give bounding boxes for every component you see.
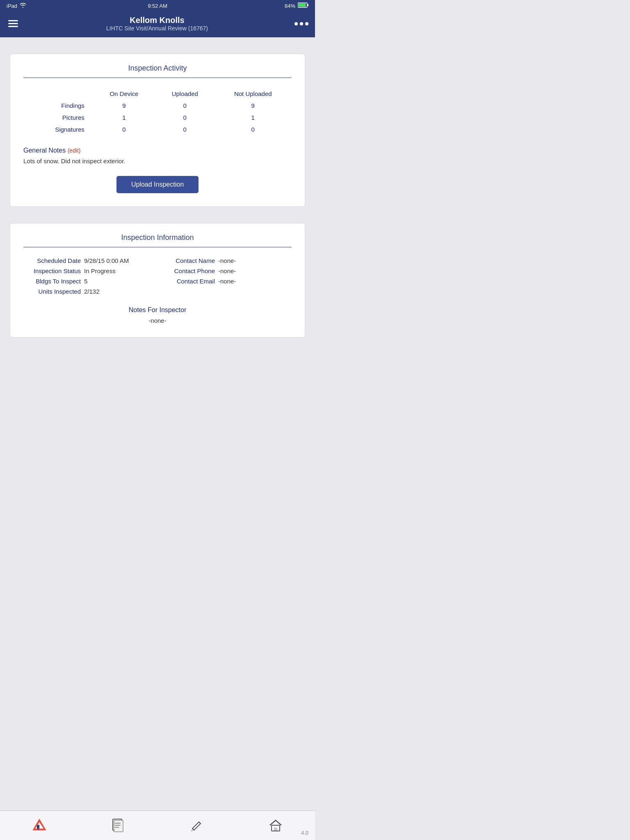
row-label: Signatures: [23, 123, 93, 135]
info-right: Contact Name -none- Contact Phone -none-…: [158, 257, 292, 295]
info-row: Contact Email -none-: [158, 278, 292, 285]
hamburger-line: [8, 20, 18, 21]
row-not-uploaded: 1: [215, 112, 292, 123]
device-label: iPad: [7, 3, 17, 9]
nav-bar: Kellom Knolls LIHTC Site Visit/Annual Re…: [0, 11, 315, 37]
info-label: Contact Email: [158, 278, 215, 285]
info-value: -none-: [218, 257, 236, 264]
upload-inspection-button[interactable]: Upload Inspection: [116, 176, 199, 193]
notes-inspector-title: Notes For Inspector: [23, 306, 292, 314]
hamburger-line: [8, 23, 18, 24]
col-on-device: On Device: [93, 88, 155, 100]
info-value: 5: [84, 278, 87, 285]
status-bar: iPad 9:52 AM 84%: [0, 0, 315, 11]
edit-notes-link[interactable]: (edit): [68, 147, 81, 154]
info-grid: Scheduled Date 9/28/15 0:00 AM Inspectio…: [23, 257, 292, 295]
general-notes-heading: General Notes: [23, 147, 66, 154]
notes-inspector: Notes For Inspector -none-: [23, 306, 292, 324]
row-on-device: 0: [93, 123, 155, 135]
dot-icon: [305, 22, 308, 25]
nav-subtitle: LIHTC Site Visit/Annual Review (16767): [20, 25, 294, 32]
main-content: Inspection Activity On Device Uploaded N…: [0, 37, 315, 395]
activity-card: Inspection Activity On Device Uploaded N…: [10, 54, 305, 207]
row-on-device: 9: [93, 100, 155, 112]
info-row: Contact Name -none-: [158, 257, 292, 264]
col-empty: [23, 88, 93, 100]
general-notes-label: General Notes (edit): [23, 147, 292, 154]
table-row: Signatures 0 0 0: [23, 123, 292, 135]
upload-btn-container: Upload Inspection: [23, 176, 292, 193]
row-label: Pictures: [23, 112, 93, 123]
col-not-uploaded: Not Uploaded: [215, 88, 292, 100]
info-label: Scheduled Date: [23, 257, 81, 264]
col-uploaded: Uploaded: [155, 88, 215, 100]
info-row: Scheduled Date 9/28/15 0:00 AM: [23, 257, 158, 264]
row-label: Findings: [23, 100, 93, 112]
info-row: Inspection Status In Progress: [23, 267, 158, 274]
row-not-uploaded: 9: [215, 100, 292, 112]
info-row: Bldgs To Inspect 5: [23, 278, 158, 285]
status-bar-right: 84%: [285, 2, 308, 9]
svg-rect-2: [299, 4, 306, 7]
hamburger-line: [8, 26, 18, 27]
dot-icon: [300, 22, 303, 25]
table-row: Findings 9 0 9: [23, 100, 292, 112]
row-uploaded: 0: [155, 112, 215, 123]
nav-title: Kellom Knolls LIHTC Site Visit/Annual Re…: [20, 16, 294, 32]
activity-table: On Device Uploaded Not Uploaded Findings…: [23, 88, 292, 135]
hamburger-menu[interactable]: [7, 18, 20, 29]
info-label: Inspection Status: [23, 267, 81, 274]
status-bar-left: iPad: [7, 3, 26, 9]
row-not-uploaded: 0: [215, 123, 292, 135]
row-uploaded: 0: [155, 100, 215, 112]
info-label: Contact Name: [158, 257, 215, 264]
info-label: Units Inspected: [23, 288, 81, 295]
options-menu[interactable]: [294, 22, 308, 25]
table-row: Pictures 1 0 1: [23, 112, 292, 123]
info-left: Scheduled Date 9/28/15 0:00 AM Inspectio…: [23, 257, 158, 295]
info-card: Inspection Information Scheduled Date 9/…: [10, 223, 305, 338]
info-value: 9/28/15 0:00 AM: [84, 257, 129, 264]
info-label: Bldgs To Inspect: [23, 278, 81, 285]
wifi-icon: [20, 3, 26, 9]
notes-inspector-value: -none-: [23, 317, 292, 324]
info-value: In Progress: [84, 267, 116, 274]
info-value: 2/132: [84, 288, 100, 295]
info-row: Units Inspected 2/132: [23, 288, 158, 295]
svg-rect-1: [308, 4, 309, 6]
battery-label: 84%: [285, 3, 295, 9]
dot-icon: [294, 22, 298, 25]
general-notes-text: Lots of snow. Did not inspect exterior.: [23, 158, 292, 164]
info-label: Contact Phone: [158, 267, 215, 274]
battery-icon: [298, 2, 308, 9]
info-value: -none-: [218, 267, 236, 274]
row-uploaded: 0: [155, 123, 215, 135]
info-card-title: Inspection Information: [23, 233, 292, 247]
nav-main-title: Kellom Knolls: [20, 16, 294, 25]
info-row: Contact Phone -none-: [158, 267, 292, 274]
activity-card-title: Inspection Activity: [23, 64, 292, 78]
info-value: -none-: [218, 278, 236, 285]
row-on-device: 1: [93, 112, 155, 123]
status-bar-time: 9:52 AM: [148, 3, 167, 9]
